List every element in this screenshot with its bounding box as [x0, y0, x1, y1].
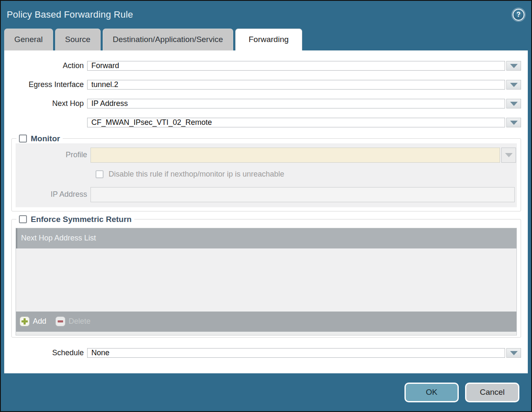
action-value[interactable]: Forward [87, 61, 505, 71]
add-button[interactable]: Add [20, 317, 46, 326]
egress-interface-dropdown-button[interactable] [506, 80, 521, 90]
monitor-ip-address-row: IP Address [16, 187, 517, 202]
dialog-titlebar: Policy Based Forwarding Rule ? [1, 1, 531, 29]
next-hop-address-dropdown-button[interactable] [506, 118, 521, 127]
enforce-symmetric-return-legend-label: Enforce Symmetric Return [31, 215, 132, 224]
schedule-value[interactable]: None [87, 348, 505, 358]
disable-rule-row: Disable this rule if nexthop/monitor ip … [96, 169, 517, 180]
disable-rule-checkbox [96, 170, 104, 178]
delete-button-label: Delete [69, 317, 90, 326]
add-button-label: Add [33, 317, 46, 326]
forwarding-tab-panel: Action Forward Egress Interface tunnel.2… [4, 50, 528, 373]
monitor-panel: Profile Disable this rule if nexthop/mon… [16, 143, 517, 207]
schedule-combobox: None [87, 348, 521, 358]
chevron-down-icon [510, 83, 518, 87]
table-bottom-strip [16, 332, 516, 335]
chevron-down-icon [510, 351, 518, 355]
egress-interface-combobox: tunnel.2 [87, 80, 521, 90]
tab-general[interactable]: General [4, 29, 53, 50]
action-combobox: Forward [87, 61, 521, 71]
action-label: Action [4, 61, 87, 70]
dialog-footer: OK Cancel [1, 373, 531, 411]
chevron-down-icon [510, 102, 518, 106]
monitor-section: Monitor Profile Disable this rule if nex… [11, 134, 521, 211]
enforce-symmetric-return-section: Enforce Symmetric Return Next Hop Addres… [11, 215, 521, 338]
monitor-legend-label: Monitor [31, 134, 60, 143]
next-hop-value[interactable]: IP Address [87, 99, 505, 108]
profile-combobox [90, 148, 516, 163]
cancel-button[interactable]: Cancel [465, 383, 519, 402]
next-hop-address-table-toolbar: Add Delete [16, 312, 516, 332]
tab-destination-application-service[interactable]: Destination/Application/Service [103, 29, 233, 50]
next-hop-dropdown-button[interactable] [506, 99, 521, 108]
minus-icon [56, 317, 65, 326]
monitor-legend: Monitor [16, 134, 63, 143]
tab-bar: General Source Destination/Application/S… [1, 29, 531, 50]
schedule-label: Schedule [4, 349, 87, 357]
next-hop-address-table-header: Next Hop Address List [16, 228, 516, 248]
help-icon[interactable]: ? [513, 9, 524, 21]
next-hop-address-combobox: CF_MWAN_IPsec_VTI_02_Remote [87, 118, 521, 127]
tab-source[interactable]: Source [55, 29, 101, 50]
action-dropdown-button[interactable] [506, 61, 521, 71]
enforce-symmetric-return-legend: Enforce Symmetric Return [16, 215, 134, 224]
profile-label: Profile [16, 151, 90, 159]
pbf-rule-dialog: Policy Based Forwarding Rule ? General S… [0, 0, 532, 412]
tab-forwarding[interactable]: Forwarding [235, 29, 302, 50]
profile-value [90, 148, 500, 163]
egress-interface-row: Egress Interface tunnel.2 [4, 77, 528, 92]
chevron-down-icon [510, 64, 518, 68]
ok-button[interactable]: OK [404, 383, 459, 402]
disable-rule-label: Disable this rule if nexthop/monitor ip … [109, 170, 284, 179]
next-hop-combobox: IP Address [87, 99, 521, 108]
next-hop-label: Next Hop [4, 99, 87, 108]
monitor-ip-address-input [90, 187, 515, 202]
egress-interface-label: Egress Interface [4, 80, 87, 89]
monitor-ip-address-label: IP Address [16, 190, 90, 199]
next-hop-address-table-body[interactable] [16, 248, 516, 312]
profile-row: Profile [16, 148, 517, 163]
chevron-down-icon [505, 153, 513, 157]
next-hop-address-row: CF_MWAN_IPsec_VTI_02_Remote [4, 115, 528, 130]
delete-button: Delete [56, 317, 90, 326]
egress-interface-value[interactable]: tunnel.2 [87, 80, 505, 90]
chevron-down-icon [510, 121, 518, 125]
schedule-dropdown-button[interactable] [506, 348, 521, 358]
next-hop-row: Next Hop IP Address [4, 96, 528, 111]
plus-icon [20, 317, 29, 326]
next-hop-address-value[interactable]: CF_MWAN_IPsec_VTI_02_Remote [87, 118, 505, 127]
enforce-symmetric-return-checkbox[interactable] [19, 215, 27, 223]
schedule-row: Schedule None [4, 346, 528, 361]
action-row: Action Forward [4, 58, 528, 74]
next-hop-address-table: Next Hop Address List Add Delete [16, 228, 517, 335]
profile-dropdown-button [501, 148, 516, 163]
monitor-checkbox[interactable] [19, 135, 27, 143]
dialog-title: Policy Based Forwarding Rule [7, 9, 133, 20]
